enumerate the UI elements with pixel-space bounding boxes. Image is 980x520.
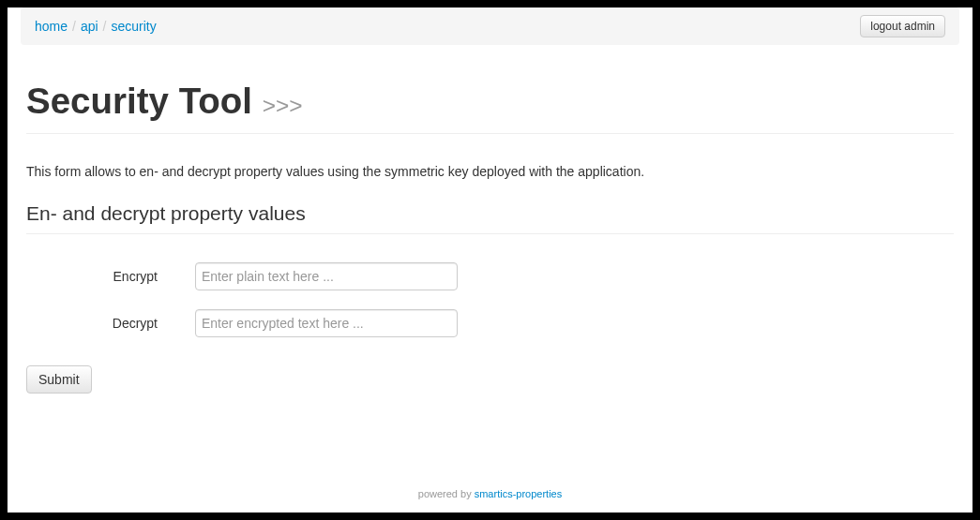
footer-link[interactable]: smartics-properties	[475, 488, 563, 499]
decrypt-label: Decrypt	[26, 314, 176, 333]
page-title-text: Security Tool	[26, 81, 252, 121]
encrypt-input[interactable]	[195, 262, 458, 290]
page-description: This form allows to en- and decrypt prop…	[26, 162, 954, 181]
breadcrumb-home[interactable]: home	[35, 19, 68, 34]
breadcrumb-api[interactable]: api	[81, 19, 98, 34]
decrypt-group: Decrypt	[26, 309, 954, 337]
breadcrumb: home / api / security	[35, 17, 157, 36]
main-content: Security Tool >>> This form allows to en…	[26, 45, 954, 394]
breadcrumb-security[interactable]: security	[112, 19, 157, 34]
breadcrumb-divider: /	[98, 17, 112, 36]
footer: powered by smartics-properties	[8, 484, 972, 503]
encrypt-group: Encrypt	[26, 262, 954, 290]
crypto-form: Encrypt Decrypt Submit	[26, 262, 954, 394]
submit-button[interactable]: Submit	[26, 365, 92, 394]
breadcrumb-divider: /	[68, 17, 81, 36]
page-title-suffix: >>>	[263, 93, 303, 118]
decrypt-input[interactable]	[195, 309, 458, 337]
page-title: Security Tool >>>	[26, 82, 954, 134]
footer-prefix: powered by	[418, 488, 475, 499]
topbar: home / api / security logout admin	[21, 7, 959, 45]
logout-button[interactable]: logout admin	[860, 15, 945, 37]
section-heading: En- and decrypt property values	[26, 200, 954, 234]
encrypt-label: Encrypt	[26, 267, 176, 286]
